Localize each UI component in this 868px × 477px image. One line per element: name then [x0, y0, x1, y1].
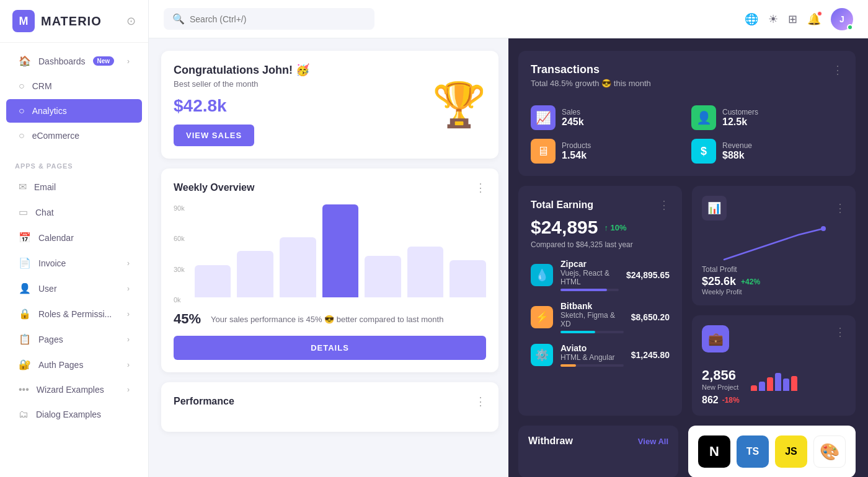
sidebar-item-chat[interactable]: ▭ Chat [6, 200, 142, 224]
earning-item-bitbank: ⚡ Bitbank Sketch, Figma & XD $8,650.20 [531, 301, 670, 333]
stat-value: 1.54k [562, 150, 591, 161]
sidebar-item-label: Dialog Examples [36, 409, 101, 419]
sidebar-item-invoice[interactable]: 📄 Invoice › [6, 251, 142, 275]
stat-label: Customers [722, 108, 758, 116]
stat-info: Sales 245k [562, 108, 584, 128]
customers-icon: 👤 [691, 105, 716, 130]
main-area: 🔍 🌐 ☀ ⊞ 🔔 J Congratulations John! 🥳 [149, 0, 868, 477]
search-input[interactable] [190, 14, 366, 24]
sidebar: M MATERIO ⊙ 🏠 Dashboards New › ○ CRM ○ A… [0, 0, 149, 477]
avatar[interactable]: J [831, 8, 853, 30]
profit-label: Total Profit [702, 265, 846, 274]
search-bar[interactable]: 🔍 [164, 8, 374, 30]
sidebar-item-label: CRM [32, 81, 52, 91]
congrats-card: Congratulations John! 🥳 Best seller of t… [161, 51, 498, 159]
bar-chart-area: 90k 60k 30k 0k [174, 204, 486, 304]
content-left: Congratulations John! 🥳 Best seller of t… [161, 51, 508, 465]
earning-growth: ↑ 10% [604, 223, 626, 232]
profit-sub-label: Weekly Profit [702, 288, 846, 295]
sidebar-item-analytics[interactable]: ○ Analytics [6, 99, 142, 123]
auth-icon: 🔐 [19, 359, 31, 370]
stat-products: 🖥 Products 1.54k [531, 139, 683, 164]
total-profit-big-card: 📊 ⋮ Total Profit $25.6k +42% [692, 186, 856, 305]
zipcar-bar [560, 289, 619, 291]
sidebar-item-label: Dashboards [38, 56, 86, 66]
stat-customers: 👤 Customers 12.5k [691, 105, 843, 130]
stats-row: 📈 Sales 245k 👤 Customers 12.5k [531, 105, 843, 164]
grid-icon[interactable]: ⊞ [788, 12, 797, 26]
withdraw-footer: Withdraw View All [528, 435, 668, 447]
project-menu-icon[interactable]: ⋮ [835, 325, 846, 339]
project-icon: 💼 [702, 325, 729, 352]
earning-menu-icon[interactable]: ⋮ [658, 198, 670, 212]
profit-chart-icon: 📊 [702, 196, 727, 221]
total-earning-card: Total Earning ⋮ $24,895 ↑ 10% Compared t… [518, 186, 682, 416]
sidebar-item-label: Analytics [32, 106, 67, 116]
earning-amount: $24,895 ↑ 10% [531, 217, 670, 238]
sidebar-item-pages[interactable]: 📋 Pages › [6, 327, 142, 351]
earning-item-aviato: ⚙️ Aviato HTML & Angular $1,245.80 [531, 343, 670, 367]
content: Congratulations John! 🥳 Best seller of t… [149, 38, 868, 477]
performance-title: Performance [174, 396, 234, 407]
calendar-icon: 📅 [19, 232, 31, 243]
y-label: 90k [174, 204, 185, 212]
translate-icon[interactable]: 🌐 [745, 12, 758, 26]
sidebar-item-label: Chat [35, 208, 54, 217]
sidebar-item-auth[interactable]: 🔐 Auth Pages › [6, 352, 142, 377]
mini-bar-item [759, 382, 765, 391]
performance-menu-icon[interactable]: ⋮ [475, 395, 486, 408]
next-logo: N [698, 435, 730, 468]
details-button[interactable]: DETAILS [174, 336, 486, 360]
project-amount: 2,856 [702, 367, 738, 383]
bottom-row: Withdraw View All N TS JS 🎨 [518, 426, 856, 477]
aviato-info: Aviato HTML & Angular [560, 343, 624, 367]
figma-logo: 🎨 [813, 435, 846, 468]
chevron-icon: › [127, 259, 130, 268]
theme-icon[interactable]: ☀ [768, 12, 778, 26]
stat-sales: 📈 Sales 245k [531, 105, 683, 130]
content-right: Transactions Total 48.5% growth 😎 this m… [508, 38, 868, 477]
weekly-overview-header: Weekly Overview ⋮ [174, 181, 486, 195]
chevron-icon: › [127, 310, 130, 318]
y-label: 60k [174, 235, 185, 242]
typescript-logo: TS [737, 435, 769, 468]
performance-card: Performance ⋮ [161, 382, 498, 432]
target-icon[interactable]: ⊙ [126, 14, 136, 28]
withdraw-card: Withdraw View All [518, 426, 678, 477]
y-label: 30k [174, 266, 185, 273]
aviato-bar-fill [560, 364, 576, 367]
sidebar-item-calendar[interactable]: 📅 Calendar [6, 225, 142, 250]
profit-menu-icon[interactable]: ⋮ [835, 201, 846, 215]
sidebar-item-ecommerce[interactable]: ○ eCommerce [6, 124, 142, 147]
javascript-logo: JS [775, 435, 807, 468]
revenue-icon: $ [691, 139, 716, 164]
stat-label: Sales [562, 108, 584, 116]
sidebar-item-email[interactable]: ✉ Email [6, 175, 142, 199]
mini-cards-column: 📊 ⋮ Total Profit $25.6k +42% [692, 186, 856, 416]
earning-title: Total Earning [531, 199, 593, 211]
bar-item [450, 260, 486, 297]
view-sales-button[interactable]: VIEW SALES [174, 125, 254, 146]
sidebar-item-dashboards[interactable]: 🏠 Dashboards New › [6, 49, 142, 73]
bar-item [195, 265, 231, 298]
notification-icon[interactable]: 🔔 [807, 12, 821, 26]
sidebar-item-crm[interactable]: ○ CRM [6, 74, 142, 98]
mini-bar-item [791, 376, 797, 391]
sidebar-item-roles[interactable]: 🔒 Roles & Permissi... › [6, 302, 142, 326]
bar-item [407, 247, 444, 298]
app-name: MATERIO [41, 14, 102, 28]
header-icons: 🌐 ☀ ⊞ 🔔 J [745, 8, 853, 30]
sidebar-item-user[interactable]: 👤 User › [6, 276, 142, 300]
transactions-menu-icon[interactable]: ⋮ [832, 63, 843, 77]
sidebar-item-label: Invoice [38, 258, 66, 268]
notification-dot [817, 11, 822, 16]
sidebar-item-label: Calendar [38, 233, 74, 243]
logo-icon: M [12, 10, 35, 32]
mini-bar-item [775, 373, 781, 391]
weekly-menu-icon[interactable]: ⋮ [475, 181, 486, 195]
sidebar-item-wizard[interactable]: ••• Wizard Examples › [6, 378, 142, 401]
congrats-amount: $42.8k [174, 96, 420, 116]
sidebar-item-dialog[interactable]: 🗂 Dialog Examples [6, 403, 142, 426]
withdraw-view-all[interactable]: View All [638, 437, 668, 446]
weekly-overview-card: Weekly Overview ⋮ 90k 60k 30k 0k 45% You… [161, 168, 498, 372]
